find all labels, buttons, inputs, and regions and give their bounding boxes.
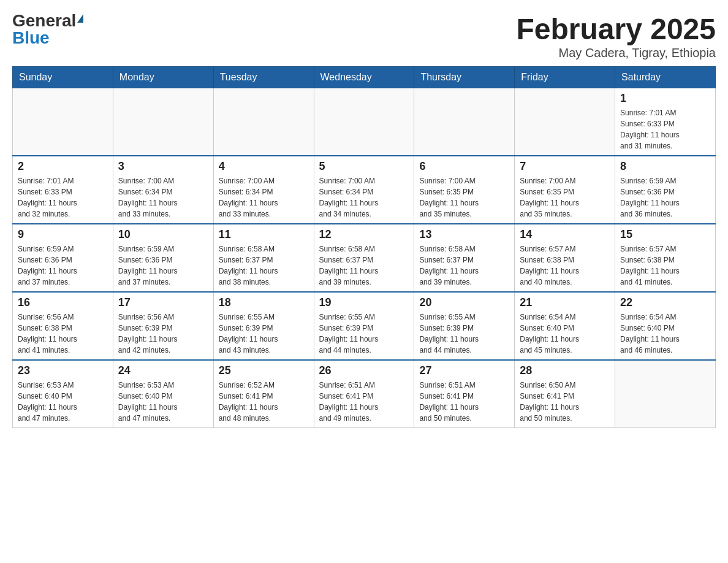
calendar-header-sunday: Sunday: [13, 67, 113, 88]
day-info: Sunrise: 6:53 AMSunset: 6:40 PMDaylight:…: [118, 380, 208, 424]
calendar-week-4: 16Sunrise: 6:56 AMSunset: 6:38 PMDayligh…: [13, 292, 716, 360]
calendar-cell: 8Sunrise: 6:59 AMSunset: 6:36 PMDaylight…: [615, 156, 716, 224]
calendar-header-wednesday: Wednesday: [314, 67, 414, 88]
calendar-cell: 19Sunrise: 6:55 AMSunset: 6:39 PMDayligh…: [314, 292, 414, 360]
day-info: Sunrise: 6:55 AMSunset: 6:39 PMDaylight:…: [419, 312, 509, 356]
calendar-cell: 25Sunrise: 6:52 AMSunset: 6:41 PMDayligh…: [213, 360, 314, 428]
calendar-cell: 24Sunrise: 6:53 AMSunset: 6:40 PMDayligh…: [113, 360, 213, 428]
calendar-cell: 18Sunrise: 6:55 AMSunset: 6:39 PMDayligh…: [213, 292, 314, 360]
calendar-cell: 10Sunrise: 6:59 AMSunset: 6:36 PMDayligh…: [113, 224, 213, 292]
day-number: 1: [620, 92, 710, 105]
calendar-header-monday: Monday: [113, 67, 213, 88]
day-number: 8: [620, 160, 710, 173]
day-info: Sunrise: 6:54 AMSunset: 6:40 PMDaylight:…: [520, 312, 610, 356]
calendar-cell: 13Sunrise: 6:58 AMSunset: 6:37 PMDayligh…: [414, 224, 515, 292]
day-info: Sunrise: 6:56 AMSunset: 6:38 PMDaylight:…: [18, 312, 108, 356]
calendar-cell: 21Sunrise: 6:54 AMSunset: 6:40 PMDayligh…: [515, 292, 615, 360]
day-info: Sunrise: 6:50 AMSunset: 6:41 PMDaylight:…: [520, 380, 610, 424]
calendar-cell: 2Sunrise: 7:01 AMSunset: 6:33 PMDaylight…: [13, 156, 113, 224]
calendar-table: SundayMondayTuesdayWednesdayThursdayFrid…: [12, 66, 716, 428]
calendar-cell: 22Sunrise: 6:54 AMSunset: 6:40 PMDayligh…: [615, 292, 716, 360]
calendar-header-row: SundayMondayTuesdayWednesdayThursdayFrid…: [13, 67, 716, 88]
calendar-cell: 16Sunrise: 6:56 AMSunset: 6:38 PMDayligh…: [13, 292, 113, 360]
day-number: 28: [520, 364, 610, 377]
day-number: 20: [419, 296, 509, 309]
day-info: Sunrise: 6:51 AMSunset: 6:41 PMDaylight:…: [419, 380, 509, 424]
day-info: Sunrise: 7:00 AMSunset: 6:34 PMDaylight:…: [219, 175, 309, 220]
calendar-week-2: 2Sunrise: 7:01 AMSunset: 6:33 PMDaylight…: [13, 156, 716, 224]
day-number: 26: [319, 364, 409, 377]
day-info: Sunrise: 6:57 AMSunset: 6:38 PMDaylight:…: [620, 243, 710, 288]
day-number: 10: [118, 228, 208, 241]
title-block: February 2025 May Cadera, Tigray, Ethiop…: [516, 12, 716, 60]
calendar-cell: 7Sunrise: 7:00 AMSunset: 6:35 PMDaylight…: [515, 156, 615, 224]
calendar-cell: [615, 360, 716, 428]
calendar-cell: 28Sunrise: 6:50 AMSunset: 6:41 PMDayligh…: [515, 360, 615, 428]
calendar-cell: 1Sunrise: 7:01 AMSunset: 6:33 PMDaylight…: [615, 88, 716, 156]
day-info: Sunrise: 7:00 AMSunset: 6:35 PMDaylight:…: [520, 175, 610, 220]
day-number: 2: [18, 160, 108, 173]
logo-blue-text: Blue: [12, 29, 50, 47]
day-info: Sunrise: 7:01 AMSunset: 6:33 PMDaylight:…: [620, 107, 710, 151]
calendar-cell: 20Sunrise: 6:55 AMSunset: 6:39 PMDayligh…: [414, 292, 515, 360]
logo: General Blue: [12, 12, 83, 47]
calendar-title: February 2025: [516, 12, 716, 46]
day-number: 3: [118, 160, 208, 173]
day-number: 24: [118, 364, 208, 377]
day-number: 6: [419, 160, 509, 173]
calendar-cell: 5Sunrise: 7:00 AMSunset: 6:34 PMDaylight…: [314, 156, 414, 224]
day-number: 4: [219, 160, 309, 173]
calendar-cell: 27Sunrise: 6:51 AMSunset: 6:41 PMDayligh…: [414, 360, 515, 428]
day-info: Sunrise: 6:54 AMSunset: 6:40 PMDaylight:…: [620, 312, 710, 356]
day-info: Sunrise: 7:00 AMSunset: 6:34 PMDaylight:…: [118, 175, 208, 220]
day-info: Sunrise: 6:53 AMSunset: 6:40 PMDaylight:…: [18, 380, 108, 424]
calendar-cell: 15Sunrise: 6:57 AMSunset: 6:38 PMDayligh…: [615, 224, 716, 292]
day-info: Sunrise: 6:57 AMSunset: 6:38 PMDaylight:…: [520, 243, 610, 288]
day-number: 13: [419, 228, 509, 241]
day-number: 19: [319, 296, 409, 309]
calendar-header-thursday: Thursday: [414, 67, 515, 88]
day-info: Sunrise: 7:00 AMSunset: 6:34 PMDaylight:…: [319, 175, 409, 220]
calendar-subtitle: May Cadera, Tigray, Ethiopia: [516, 46, 716, 60]
day-number: 25: [219, 364, 309, 377]
day-number: 18: [219, 296, 309, 309]
day-number: 23: [18, 364, 108, 377]
day-info: Sunrise: 6:58 AMSunset: 6:37 PMDaylight:…: [319, 243, 409, 288]
calendar-cell: [414, 88, 515, 156]
calendar-header-friday: Friday: [515, 67, 615, 88]
day-info: Sunrise: 7:01 AMSunset: 6:33 PMDaylight:…: [18, 175, 108, 220]
day-number: 17: [118, 296, 208, 309]
logo-general-text: General: [12, 12, 76, 29]
day-info: Sunrise: 7:00 AMSunset: 6:35 PMDaylight:…: [419, 175, 509, 220]
day-number: 7: [520, 160, 610, 173]
day-number: 27: [419, 364, 509, 377]
day-info: Sunrise: 6:55 AMSunset: 6:39 PMDaylight:…: [219, 312, 309, 356]
calendar-cell: 14Sunrise: 6:57 AMSunset: 6:38 PMDayligh…: [515, 224, 615, 292]
logo-triangle-icon: [77, 14, 83, 23]
calendar-header-saturday: Saturday: [615, 67, 716, 88]
calendar-cell: 11Sunrise: 6:58 AMSunset: 6:37 PMDayligh…: [213, 224, 314, 292]
calendar-cell: [13, 88, 113, 156]
day-info: Sunrise: 6:59 AMSunset: 6:36 PMDaylight:…: [18, 243, 108, 288]
day-number: 14: [520, 228, 610, 241]
day-number: 16: [18, 296, 108, 309]
day-number: 15: [620, 228, 710, 241]
day-number: 11: [219, 228, 309, 241]
day-info: Sunrise: 6:52 AMSunset: 6:41 PMDaylight:…: [219, 380, 309, 424]
calendar-cell: 3Sunrise: 7:00 AMSunset: 6:34 PMDaylight…: [113, 156, 213, 224]
calendar-week-1: 1Sunrise: 7:01 AMSunset: 6:33 PMDaylight…: [13, 88, 716, 156]
calendar-cell: 17Sunrise: 6:56 AMSunset: 6:39 PMDayligh…: [113, 292, 213, 360]
day-number: 22: [620, 296, 710, 309]
day-number: 21: [520, 296, 610, 309]
day-info: Sunrise: 6:59 AMSunset: 6:36 PMDaylight:…: [118, 243, 208, 288]
day-number: 9: [18, 228, 108, 241]
day-info: Sunrise: 6:51 AMSunset: 6:41 PMDaylight:…: [319, 380, 409, 424]
calendar-cell: 9Sunrise: 6:59 AMSunset: 6:36 PMDaylight…: [13, 224, 113, 292]
calendar-week-5: 23Sunrise: 6:53 AMSunset: 6:40 PMDayligh…: [13, 360, 716, 428]
day-info: Sunrise: 6:58 AMSunset: 6:37 PMDaylight:…: [419, 243, 509, 288]
day-info: Sunrise: 6:56 AMSunset: 6:39 PMDaylight:…: [118, 312, 208, 356]
calendar-header-tuesday: Tuesday: [213, 67, 314, 88]
calendar-cell: 4Sunrise: 7:00 AMSunset: 6:34 PMDaylight…: [213, 156, 314, 224]
day-number: 5: [319, 160, 409, 173]
calendar-cell: [113, 88, 213, 156]
